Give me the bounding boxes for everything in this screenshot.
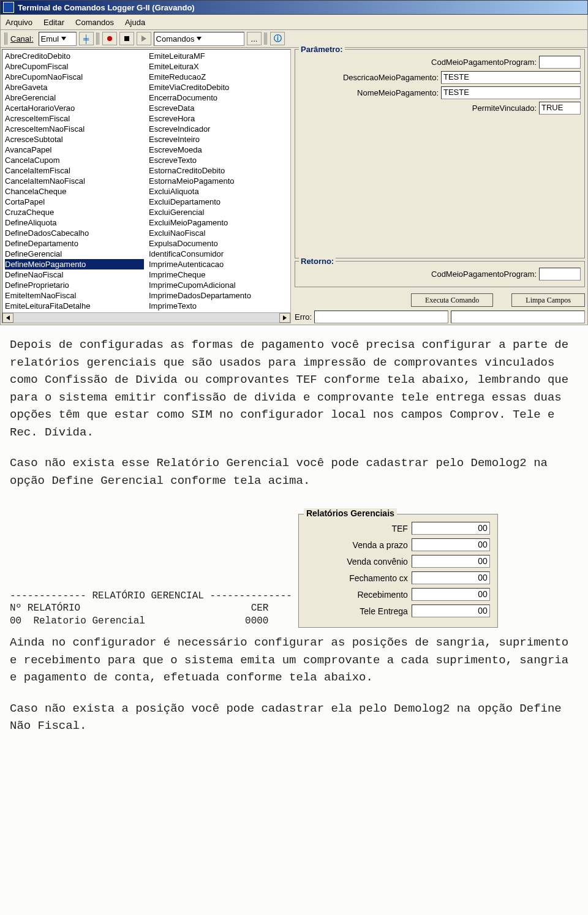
canal-combo[interactable]: Emul bbox=[39, 32, 77, 46]
ger-recebimento-label: Recebimento bbox=[306, 590, 412, 600]
scroll-right-button[interactable] bbox=[279, 313, 290, 323]
list-item[interactable]: DefineDepartamento bbox=[5, 238, 144, 249]
ger-fechamento-input[interactable]: 00 bbox=[412, 571, 490, 584]
menu-bar: Arquivo Editar Comandos Ajuda bbox=[0, 15, 588, 30]
list-item[interactable]: DefineNaoFiscal bbox=[5, 269, 144, 280]
gerbox-title: Relatórios Gerenciais bbox=[304, 508, 397, 518]
list-item[interactable]: EscreveInteiro bbox=[149, 134, 288, 145]
receipt-printout: ------------- RELATÓRIO GERENCIAL ------… bbox=[10, 590, 292, 628]
title-bar: Terminal de Comandos Logger G-II (Gravan… bbox=[0, 0, 588, 15]
connect-button[interactable]: ╪ bbox=[79, 32, 94, 45]
r0-input[interactable] bbox=[539, 268, 581, 281]
grip-icon bbox=[264, 32, 268, 45]
list-item[interactable]: EscreveHora bbox=[149, 113, 288, 124]
list-item[interactable]: ExcluiAliquota bbox=[149, 186, 288, 197]
app-icon bbox=[3, 2, 14, 13]
info-button[interactable]: ⓘ bbox=[270, 32, 285, 45]
list-item[interactable]: EmiteLeituraMF bbox=[149, 51, 288, 61]
list-item[interactable]: CancelaItemNaoFiscal bbox=[5, 176, 144, 186]
list-item[interactable]: AcresceItemFiscal bbox=[5, 113, 144, 124]
record-button[interactable] bbox=[102, 32, 117, 45]
list-item[interactable]: AbreGerencial bbox=[5, 92, 144, 103]
menu-editar[interactable]: Editar bbox=[43, 18, 64, 27]
erro-input[interactable] bbox=[314, 311, 448, 323]
list-item[interactable]: CancelaItemFiscal bbox=[5, 165, 144, 176]
list-item[interactable]: ExcluiNaoFiscal bbox=[149, 228, 288, 238]
list-item[interactable]: EstornaCreditoDebito bbox=[149, 165, 288, 176]
list-item[interactable]: EstornaMeioPagamento bbox=[149, 176, 288, 186]
list-item[interactable]: ImprimeDadosDepartamento bbox=[149, 290, 288, 301]
comandos-combo-value: Comandos bbox=[156, 34, 195, 43]
erro-input-2[interactable] bbox=[451, 311, 585, 323]
p3-input[interactable]: TRUE bbox=[539, 102, 581, 115]
list-item[interactable]: CancelaCupom bbox=[5, 155, 144, 165]
list-item[interactable]: EscreveTexto bbox=[149, 155, 288, 165]
list-item[interactable]: DefineAliquota bbox=[5, 217, 144, 228]
stop-button[interactable] bbox=[119, 32, 134, 45]
list-item[interactable]: AcresceSubtotal bbox=[5, 134, 144, 145]
list-item[interactable]: EscreveIndicador bbox=[149, 124, 288, 134]
menu-comandos[interactable]: Comandos bbox=[75, 18, 114, 27]
more-button[interactable]: ... bbox=[247, 32, 262, 45]
list-item[interactable]: ImprimeCupomAdicional bbox=[149, 280, 288, 290]
list-item[interactable]: EmiteViaCreditoDebito bbox=[149, 82, 288, 92]
list-item[interactable]: DefineGerencial bbox=[5, 249, 144, 259]
menu-ajuda[interactable]: Ajuda bbox=[125, 18, 145, 27]
ger-venda-prazo-input[interactable]: 00 bbox=[412, 538, 490, 551]
list-item[interactable]: CortaPapel bbox=[5, 197, 144, 207]
list-item[interactable]: EmiteLeituraX bbox=[149, 61, 288, 72]
list-item[interactable]: ExcluiGerencial bbox=[149, 207, 288, 217]
ger-venda-prazo-label: Venda a prazo bbox=[306, 540, 412, 550]
list-item[interactable]: AcresceItemNaoFiscal bbox=[5, 124, 144, 134]
list-item[interactable]: AbreCupomNaoFiscal bbox=[5, 72, 144, 82]
menu-arquivo[interactable]: Arquivo bbox=[6, 18, 32, 27]
list-item[interactable]: DefineProprietario bbox=[5, 280, 144, 290]
command-column-1: AbreCreditoDebitoAbreCupomFiscalAbreCupo… bbox=[2, 50, 146, 323]
canal-value: Emul bbox=[41, 34, 59, 43]
app-window: Terminal de Comandos Logger G-II (Gravan… bbox=[0, 0, 588, 325]
grip-icon bbox=[4, 32, 8, 45]
list-item[interactable]: ExcluiDepartamento bbox=[149, 197, 288, 207]
list-item[interactable]: AvancaPapel bbox=[5, 145, 144, 155]
list-item[interactable]: ImprimeCheque bbox=[149, 269, 288, 280]
ger-recebimento-input[interactable]: 00 bbox=[412, 588, 490, 601]
list-item[interactable]: AbreCupomFiscal bbox=[5, 61, 144, 72]
comandos-combo[interactable]: Comandos bbox=[154, 32, 244, 46]
list-item[interactable]: EmiteItemNaoFiscal bbox=[5, 290, 144, 301]
p2-input[interactable]: TESTE bbox=[441, 86, 581, 99]
scroll-left-button[interactable] bbox=[2, 313, 13, 323]
paragraph-4: Caso não exista a posição você pode cada… bbox=[10, 700, 578, 735]
list-item[interactable]: ImprimeTexto bbox=[149, 301, 288, 311]
list-item[interactable]: AcertaHorarioVerao bbox=[5, 103, 144, 113]
list-item[interactable]: IdentificaConsumidor bbox=[149, 249, 288, 259]
list-item[interactable]: ExcluiMeioPagamento bbox=[149, 217, 288, 228]
list-item[interactable]: DefineMeioPagamento bbox=[5, 259, 144, 269]
r0-label: CodMeioPagamentoProgram: bbox=[299, 269, 539, 279]
list-item[interactable]: ImprimeAutenticacao bbox=[149, 259, 288, 269]
ger-tele-entrega-label: Tele Entrega bbox=[306, 606, 412, 616]
ger-venda-convenio-input[interactable]: 00 bbox=[412, 555, 490, 568]
scrollbar-horizontal[interactable] bbox=[2, 312, 290, 323]
list-item[interactable]: EncerraDocumento bbox=[149, 92, 288, 103]
play-icon bbox=[141, 36, 146, 42]
list-item[interactable]: DefineDadosCabecalho bbox=[5, 228, 144, 238]
list-item[interactable]: ExpulsaDocumento bbox=[149, 238, 288, 249]
ger-tele-entrega-input[interactable]: 00 bbox=[412, 604, 490, 617]
parametro-group: Parâmetro: CodMeioPagamentoProgram: Desc… bbox=[295, 49, 585, 258]
command-list[interactable]: AbreCreditoDebitoAbreCupomFiscalAbreCupo… bbox=[2, 49, 291, 323]
play-button[interactable] bbox=[137, 32, 151, 45]
list-item[interactable]: AbreGaveta bbox=[5, 82, 144, 92]
list-item[interactable]: AbreCreditoDebito bbox=[5, 51, 144, 61]
list-item[interactable]: EscreveMoeda bbox=[149, 145, 288, 155]
p0-input[interactable] bbox=[539, 56, 581, 69]
ger-tef-input[interactable]: 00 bbox=[412, 522, 490, 535]
list-item[interactable]: EmiteLeituraFitaDetalhe bbox=[5, 301, 144, 311]
list-item[interactable]: EscreveData bbox=[149, 103, 288, 113]
limpa-button[interactable]: Limpa Campos bbox=[511, 293, 585, 307]
list-item[interactable]: EmiteReducaoZ bbox=[149, 72, 288, 82]
list-item[interactable]: ChancelaCheque bbox=[5, 186, 144, 197]
p1-input[interactable]: TESTE bbox=[441, 71, 581, 84]
list-item[interactable]: CruzaCheque bbox=[5, 207, 144, 217]
paragraph-3: Ainda no configurador é necessário confi… bbox=[10, 634, 578, 687]
executa-button[interactable]: Executa Comando bbox=[411, 293, 493, 307]
